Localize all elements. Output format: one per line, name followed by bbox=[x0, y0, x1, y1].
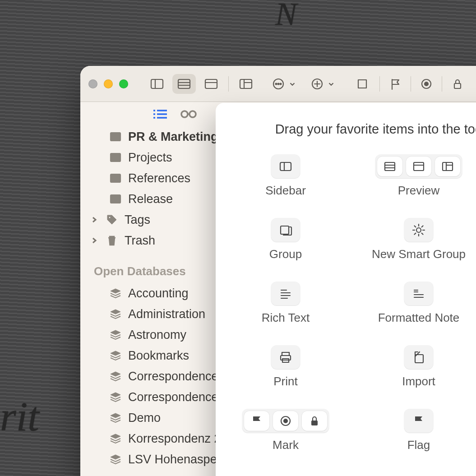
customize-chip bbox=[271, 155, 300, 178]
list-view-icon[interactable] bbox=[153, 109, 168, 120]
sidebar-item-label: Correspondence bbox=[128, 370, 218, 384]
label-toggle-button[interactable] bbox=[415, 74, 438, 94]
sidebar-item-label: Release bbox=[128, 192, 173, 206]
sidebar-item-label: LSV Hohenasper bbox=[128, 453, 221, 467]
disclosure-chevron-icon bbox=[90, 216, 98, 224]
lock-toggle-button[interactable] bbox=[446, 74, 469, 94]
svg-rect-32 bbox=[111, 153, 120, 162]
svg-rect-46 bbox=[414, 162, 424, 171]
new-menu-button[interactable] bbox=[310, 74, 335, 94]
customize-item-flag[interactable]: Flag bbox=[351, 409, 476, 452]
customize-item-label: Preview bbox=[398, 184, 439, 198]
unread-toggle-button[interactable] bbox=[349, 74, 376, 94]
svg-rect-36 bbox=[111, 195, 120, 203]
toolbar-view-group bbox=[145, 74, 258, 94]
customize-item-label: Import bbox=[402, 374, 435, 388]
minimize-window-button[interactable] bbox=[104, 79, 113, 88]
svg-rect-7 bbox=[240, 79, 252, 88]
preview-side-icon bbox=[440, 159, 455, 174]
svg-rect-51 bbox=[281, 226, 289, 234]
customize-item-sidebar[interactable]: Sidebar bbox=[229, 155, 342, 198]
database-icon bbox=[109, 308, 122, 320]
action-menu-button[interactable] bbox=[271, 74, 296, 94]
database-icon bbox=[109, 328, 122, 341]
customize-items-grid: Sidebar Preview Group New Smart Group bbox=[229, 155, 476, 452]
sidebar-item-label: Korrespondenz 2 bbox=[128, 432, 221, 446]
preview-pane-button-2[interactable] bbox=[199, 74, 223, 94]
sidebar-item-label: Trash bbox=[125, 234, 155, 248]
zoom-window-button[interactable] bbox=[119, 79, 128, 88]
database-icon bbox=[109, 411, 122, 424]
sidebar-item-label: Bookmarks bbox=[128, 349, 189, 363]
sidebar-icon bbox=[278, 159, 293, 174]
customize-item-label: Sidebar bbox=[265, 184, 306, 198]
richtext-icon bbox=[278, 287, 293, 301]
sidebar-item-label: Accounting bbox=[128, 287, 189, 300]
flag-solid-icon bbox=[411, 414, 426, 428]
customize-chipset bbox=[242, 409, 329, 433]
svg-rect-34 bbox=[111, 174, 120, 182]
group-icon bbox=[109, 151, 122, 164]
toolbar-new-group bbox=[310, 74, 335, 94]
customize-item-richtext[interactable]: Rich Text bbox=[229, 282, 342, 325]
square-icon bbox=[355, 77, 370, 91]
svg-rect-5 bbox=[205, 79, 217, 88]
sidebar-item-label: Administration bbox=[128, 307, 205, 321]
tag-icon bbox=[106, 213, 118, 226]
customize-chipset bbox=[375, 155, 462, 178]
customize-item-import[interactable]: Import bbox=[351, 346, 476, 388]
trash-icon bbox=[106, 234, 118, 247]
chevron-down-icon bbox=[327, 80, 335, 88]
toolbar-separator bbox=[411, 76, 411, 92]
svg-point-29 bbox=[189, 111, 196, 117]
customize-item-preview[interactable]: Preview bbox=[351, 155, 476, 198]
customize-item-label: New Smart Group bbox=[372, 247, 466, 261]
customize-sheet-title: Drag your favorite items into the toolba… bbox=[229, 122, 476, 137]
customize-item-label: Rich Text bbox=[262, 311, 310, 325]
customize-item-smart-group[interactable]: New Smart Group bbox=[351, 218, 476, 261]
svg-rect-17 bbox=[358, 80, 366, 88]
sidebar-item-label: Projects bbox=[128, 151, 172, 165]
preview-pane-button-3[interactable] bbox=[234, 74, 258, 94]
svg-point-11 bbox=[276, 83, 277, 84]
printer-icon bbox=[278, 350, 293, 365]
disclosure-chevron-icon bbox=[90, 236, 98, 245]
toolbar-separator bbox=[228, 76, 229, 92]
customize-item-mark[interactable]: Mark bbox=[229, 409, 342, 452]
sidebar-item-label: PR & Marketing bbox=[128, 130, 218, 144]
preview-split-icon bbox=[204, 77, 218, 91]
window-controls bbox=[88, 79, 128, 88]
database-icon bbox=[109, 391, 122, 403]
customize-item-label: Formatted Note bbox=[378, 311, 460, 325]
titlebar bbox=[80, 66, 476, 102]
svg-rect-2 bbox=[178, 79, 190, 88]
customize-item-group[interactable]: Group bbox=[229, 218, 342, 261]
target-icon bbox=[419, 77, 434, 91]
group-icon bbox=[109, 193, 122, 205]
sidebar-icon bbox=[150, 77, 164, 91]
formattednote-icon bbox=[411, 287, 426, 301]
svg-point-67 bbox=[284, 419, 287, 423]
database-icon bbox=[109, 287, 122, 300]
ellipsis-circle-icon bbox=[271, 77, 286, 91]
customize-item-label: Group bbox=[269, 247, 302, 261]
svg-rect-0 bbox=[151, 79, 163, 88]
toggle-sidebar-button[interactable] bbox=[145, 74, 169, 94]
customize-item-print[interactable]: Print bbox=[229, 346, 342, 388]
close-window-button[interactable] bbox=[88, 79, 97, 88]
svg-rect-68 bbox=[311, 421, 318, 425]
toolbar-separator bbox=[442, 76, 442, 92]
sidebar-item-label: References bbox=[128, 171, 190, 185]
group-stack-icon bbox=[278, 223, 293, 237]
toolbar-separator bbox=[379, 76, 380, 92]
svg-point-52 bbox=[416, 228, 421, 232]
svg-rect-21 bbox=[454, 83, 461, 88]
flag-toggle-button[interactable] bbox=[384, 74, 407, 94]
preview-pane-button-1[interactable] bbox=[172, 74, 196, 94]
customize-item-label: Flag bbox=[407, 438, 430, 452]
svg-rect-41 bbox=[280, 162, 291, 171]
database-icon bbox=[109, 453, 122, 466]
reading-view-icon[interactable] bbox=[180, 110, 198, 119]
svg-point-20 bbox=[425, 82, 428, 86]
customize-item-formattednote[interactable]: Formatted Note bbox=[351, 282, 476, 325]
